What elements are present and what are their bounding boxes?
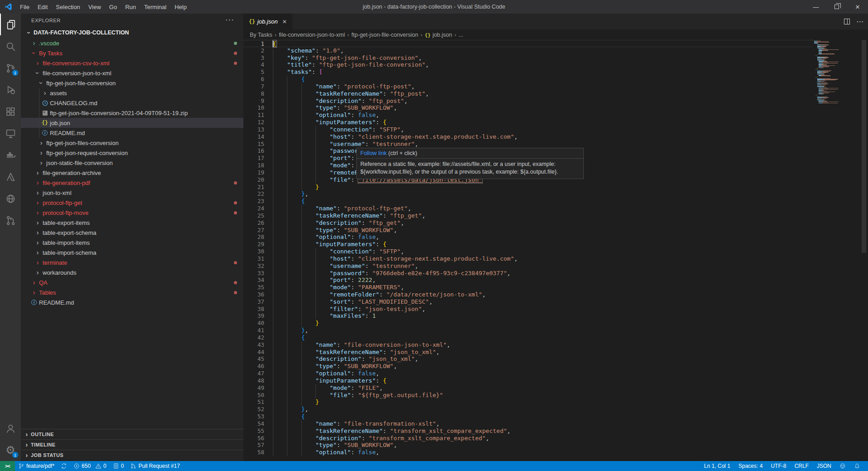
accounts-icon[interactable] (0, 418, 21, 439)
status-language-mode[interactable]: JSON (813, 461, 835, 471)
editor-more-actions-icon[interactable]: ⋯ (856, 17, 863, 26)
menu-go[interactable]: Go (105, 0, 121, 14)
tree-item-workarounds[interactable]: ›workarounds (21, 267, 243, 277)
minimize-icon[interactable]: — (805, 0, 826, 14)
menu-help[interactable]: Help (170, 0, 191, 14)
code-editor[interactable]: 1{2 "schema": "1.0",3 "key": "ftp-get-js… (243, 40, 868, 461)
tree-item-table-export-items[interactable]: ›table-export-items (21, 218, 243, 228)
code-line-35[interactable]: 35 "mode": "PARAMETERS", (243, 284, 813, 291)
code-line-49[interactable]: 49 "mode": "FILE", (243, 384, 813, 392)
code-line-11[interactable]: 11 "optional": false, (243, 112, 813, 119)
docker-icon[interactable] (0, 144, 21, 166)
tree-item-ftp-get-json-file-conversion-2021-04-09t09-51-19-zip[interactable]: ftp-get-json-file-conversion-2021-04-09T… (21, 108, 243, 118)
tab-close-icon[interactable]: ✕ (281, 18, 288, 26)
code-line-54[interactable]: 54 "name": "file-transformation-xslt", (243, 420, 813, 427)
code-line-8[interactable]: 8 "taskReferenceName": "ftp_post", (243, 90, 813, 97)
breadcrumb-item[interactable]: ... (459, 32, 463, 38)
tree-item-file-generation-archive[interactable]: ›file-generation-archive (21, 168, 243, 178)
section-timeline[interactable]: ›TIMELINE (21, 439, 243, 450)
tree-item-changelog-md[interactable]: CHANGELOG.md (21, 98, 243, 108)
close-icon[interactable]: ✕ (847, 0, 868, 14)
split-editor-icon[interactable] (844, 19, 850, 24)
explorer-more-actions-icon[interactable]: ··· (225, 15, 234, 24)
code-line-40[interactable]: 40 } (243, 320, 813, 327)
code-line-22[interactable]: 22 }, (243, 190, 813, 198)
github-pull-requests-icon[interactable] (0, 209, 21, 231)
tree-item-tables[interactable]: ›Tables (21, 287, 243, 297)
browser-preview-icon[interactable] (0, 188, 21, 209)
section-job-status[interactable]: ›JOB STATUS (21, 450, 243, 460)
code-line-39[interactable]: 39 "maxFiles": 1 (243, 312, 813, 320)
code-line-7[interactable]: 7 "name": "protocol-ftp-post", (243, 83, 813, 90)
code-line-37[interactable]: 37 "sort": "LAST_MODIFIED_DESC", (243, 298, 813, 306)
code-line-24[interactable]: 24 "name": "protocol-ftp-get", (243, 205, 813, 212)
code-line-47[interactable]: 47 "optional": false, (243, 370, 813, 377)
menu-file[interactable]: File (16, 0, 34, 14)
vertical-scrollbar[interactable] (862, 40, 866, 253)
code-line-2[interactable]: 2 "schema": "1.0", (243, 47, 813, 54)
code-line-42[interactable]: 42 { (243, 334, 813, 341)
code-line-4[interactable]: 4 "title": "ftp-get-json-file-conversion… (243, 61, 813, 68)
code-line-25[interactable]: 25 "taskReferenceName": "ftp_get", (243, 212, 813, 219)
menu-selection[interactable]: Selection (52, 0, 84, 14)
code-line-36[interactable]: 36 "remoteFolder": "/data/recette/json-t… (243, 291, 813, 298)
tree-item-readme-md[interactable]: iREADME.md (21, 128, 243, 138)
menu-edit[interactable]: Edit (34, 0, 52, 14)
follow-link[interactable]: Follow link (360, 150, 387, 156)
code-line-34[interactable]: 34 "port": 2222, (243, 277, 813, 284)
code-line-56[interactable]: 56 "description": "transform_xslt_compar… (243, 435, 813, 442)
status-task-count[interactable]: 0 (110, 461, 127, 471)
run-debug-icon[interactable] (0, 79, 21, 101)
section-outline[interactable]: ›OUTLINE (21, 429, 243, 439)
status-git-branch[interactable]: feature/pdf* (15, 461, 58, 471)
source-control-icon[interactable]: 1 (0, 57, 21, 79)
tree-item-table-import-schema[interactable]: ›table-import-schema (21, 248, 243, 257)
menu-view[interactable]: View (84, 0, 105, 14)
search-icon[interactable] (0, 35, 21, 57)
code-line-27[interactable]: 27 "type": "SUB_WORKFLOW", (243, 227, 813, 234)
tree-item-ftp-get-json-request-conversion[interactable]: ›ftp-get-json-request-conversion (21, 148, 243, 158)
tree-item-table-export-schema[interactable]: ›table-export-schema (21, 228, 243, 238)
tree-item-ftp-get-json-file-conversion[interactable]: ›ftp-get-json-file-conversion (21, 78, 243, 88)
tree-item-json-static-file-conversion[interactable]: ›json-static-file-conversion (21, 158, 243, 168)
status-pull-request[interactable]: Pull Request #17 (127, 461, 183, 471)
code-line-33[interactable]: 33 "password": "9766debd-e82e-4f95-93c9-… (243, 270, 813, 277)
tree-item-file-conversion-json-to-xml[interactable]: ›file-conversion-json-to-xml (21, 68, 243, 78)
remote-indicator[interactable]: >< (0, 461, 15, 471)
code-line-46[interactable]: 46 "type": "SUB_WORKFLOW", (243, 363, 813, 370)
tree-item-file-generation-pdf[interactable]: ›file-generation-pdf (21, 178, 243, 188)
tree-item-terminate[interactable]: ›terminate (21, 257, 243, 267)
breadcrumb-item[interactable]: ftp-get-json-file-conversion (351, 32, 418, 38)
code-line-52[interactable]: 52 }, (243, 406, 813, 413)
tree-item-json-to-xml[interactable]: ›json-to-xml (21, 188, 243, 198)
code-line-13[interactable]: 13 "connection": "SFTP", (243, 126, 813, 133)
tab-job-json[interactable]: {} job.json ✕ (243, 14, 292, 29)
tree-item--vscode[interactable]: ›.vscode (21, 38, 243, 48)
code-line-14[interactable]: 14 "host": "client-storage-next.stage.pr… (243, 133, 813, 141)
status-encoding[interactable]: UTF-8 (767, 461, 790, 471)
code-line-55[interactable]: 55 "taskReferenceName": "transform_xslt_… (243, 427, 813, 435)
code-line-31[interactable]: 31 "host": "client-storage-next.stage.pr… (243, 255, 813, 262)
status-cursor-position[interactable]: Ln 1, Col 1 (700, 461, 734, 471)
code-line-51[interactable]: 51 } (243, 398, 813, 406)
status-problems[interactable]: 6500 (70, 461, 110, 471)
code-line-30[interactable]: 30 "connection": "SFTP", (243, 248, 813, 255)
code-line-1[interactable]: 1{ (243, 40, 813, 47)
tree-item-file-conversion-csv-to-xml[interactable]: ›file-conversion-csv-to-xml (21, 58, 243, 68)
breadcrumb-item[interactable]: file-conversion-json-to-xml (279, 32, 345, 38)
workspace-root-folder[interactable]: › DATA-FACTORY-JOB-COLLECTION (21, 27, 243, 38)
azure-icon[interactable] (0, 166, 21, 188)
code-line-3[interactable]: 3 "key": "ftp-get-json-file-conversion", (243, 54, 813, 62)
explorer-icon[interactable] (0, 14, 21, 35)
menu-run[interactable]: Run (121, 0, 140, 14)
status-feedback[interactable] (835, 461, 850, 471)
code-line-15[interactable]: 15 "username": "testrunner", (243, 141, 813, 148)
code-line-6[interactable]: 6 { (243, 76, 813, 83)
code-line-29[interactable]: 29 "inputParameters": { (243, 241, 813, 248)
code-line-26[interactable]: 26 "description": "ftp_get", (243, 219, 813, 227)
code-line-53[interactable]: 53 { (243, 413, 813, 420)
tree-item-protocol-ftp-get[interactable]: ›protocol-ftp-get (21, 198, 243, 208)
tree-item-protocol-ftp-move[interactable]: ›protocol-ftp-move (21, 208, 243, 218)
status-notifications[interactable] (850, 461, 864, 471)
code-line-5[interactable]: 5 "tasks": [ (243, 68, 813, 76)
